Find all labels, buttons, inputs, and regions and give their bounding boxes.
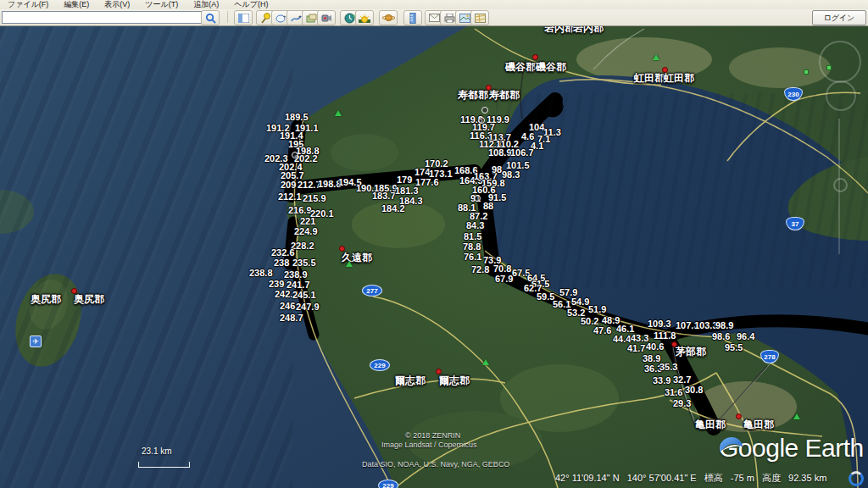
view-in-google-maps-button[interactable] [470,10,489,25]
place-dot-marker[interactable] [532,54,538,60]
elevation-label[interactable]: 29.3 [673,398,691,408]
elevation-label[interactable]: 184.2 [381,203,405,214]
place-dot-marker[interactable] [662,67,668,73]
map-viewport[interactable]: 189.5191.2191.1191.4195198.8202.3202.220… [0,0,868,488]
elevation-label[interactable]: 248.7 [280,313,303,323]
elevation-label[interactable]: 4.1 [531,141,543,151]
elevation-label[interactable]: 109.3 [648,319,671,329]
elevation-label[interactable]: 30.8 [685,385,703,395]
place-label[interactable]: 寿都郡 [458,88,488,103]
point-ring-marker[interactable] [478,117,485,124]
elevation-label[interactable]: 224.9 [294,226,318,236]
elevation-label[interactable]: 84.3 [466,220,484,230]
elevation-label[interactable]: 78.8 [463,241,481,252]
elevation-label[interactable]: 238.9 [284,269,308,280]
elevation-label[interactable]: 179 [397,175,412,185]
place-label[interactable]: 奥尻郡 [31,292,61,307]
elevation-label[interactable]: 245.1 [292,290,316,300]
terrain-triangle-marker[interactable] [482,359,489,365]
place-label[interactable]: 亀田郡 [695,418,726,432]
elevation-label[interactable]: 81.5 [464,231,481,241]
elevation-label[interactable]: 98.3 [502,169,520,180]
elevation-label[interactable]: 88 [483,201,493,211]
elevation-label[interactable]: 51.9 [588,304,606,314]
terrain-triangle-marker[interactable] [335,110,342,116]
elevation-label[interactable]: 72.8 [471,264,489,274]
elevation-label[interactable]: 103.3 [694,320,718,330]
photo-marker[interactable] [804,69,809,75]
elevation-label[interactable]: 98.9 [715,320,733,330]
ruler-button[interactable] [403,10,422,25]
elevation-label[interactable]: 189.5 [285,112,309,122]
elevation-label[interactable]: 33.9 [653,375,670,385]
place-dot-marker[interactable] [71,288,77,294]
elevation-label[interactable]: 239 [269,279,284,289]
place-label[interactable]: 爾志郡 [395,374,426,388]
elevation-label[interactable]: 232.6 [271,247,295,258]
elevation-label[interactable]: 212.1 [278,191,302,202]
planets-button[interactable] [379,10,398,25]
place-dot-marker[interactable] [736,413,742,419]
elevation-label[interactable]: 246 [280,301,295,311]
place-label[interactable]: 虹田郡 [664,71,694,86]
place-dot-marker[interactable] [436,369,442,374]
route-shield-229[interactable]: 229 [378,480,398,488]
airport-icon[interactable]: ✈ [30,336,42,347]
elevation-label[interactable]: 235.5 [292,258,316,268]
place-label[interactable]: 虹田郡 [634,71,665,86]
place-dot-marker[interactable] [486,85,492,91]
elevation-label[interactable]: 209 [281,180,296,190]
elevation-label[interactable]: 238 [274,258,289,268]
elevation-label[interactable]: 32.7 [673,374,691,385]
place-label[interactable]: 磯谷郡 [505,60,536,75]
elevation-label[interactable]: 111.8 [654,330,676,341]
route-shield-229[interactable]: 229 [370,359,390,371]
elevation-label[interactable]: 108.9 [488,147,512,158]
elevation-label[interactable]: 215.9 [303,193,326,203]
elevation-label[interactable]: 40.6 [646,341,664,352]
elevation-label[interactable]: 98 [492,164,502,175]
login-button[interactable]: ログイン [812,10,866,25]
place-dot-marker[interactable] [339,246,345,252]
elevation-label[interactable]: 70.8 [493,263,511,274]
elevation-label[interactable]: 247.9 [296,302,320,312]
record-tour-button[interactable] [317,10,336,25]
elevation-label[interactable]: 67.9 [495,274,513,284]
elevation-label[interactable]: 54.9 [571,297,589,307]
place-label[interactable]: 奥尻郡 [74,292,104,307]
route-shield-278[interactable]: 278 [760,350,779,363]
toggle-sidebar-button[interactable] [234,10,253,25]
look-joystick[interactable] [819,41,861,83]
sunlight-button[interactable] [355,10,374,25]
elevation-label[interactable]: 216.9 [288,205,312,215]
elevation-label[interactable]: 221 [300,216,315,226]
route-shield-230[interactable]: 230 [784,87,803,101]
place-label[interactable]: 亀田郡 [743,418,774,432]
elevation-label[interactable]: 183.7 [372,191,396,201]
route-shield-37[interactable]: 37 [786,217,804,230]
point-ring-marker[interactable] [481,107,488,114]
elevation-label[interactable]: 170.2 [425,158,448,169]
search-button[interactable] [201,10,220,25]
place-label[interactable]: 磯谷郡 [536,60,566,75]
place-label[interactable]: 茅部郡 [676,345,706,359]
move-joystick[interactable] [826,80,856,111]
elevation-label[interactable]: 238.8 [249,268,273,278]
elevation-label[interactable]: 31.6 [665,387,682,397]
terrain-triangle-marker[interactable] [346,261,353,267]
route-shield-277[interactable]: 277 [362,285,382,297]
elevation-label[interactable]: 96.4 [737,331,754,341]
place-label[interactable]: 爾志郡 [439,374,470,388]
elevation-label[interactable]: 41.7 [627,343,645,353]
elevation-label[interactable]: 47.6 [593,325,611,336]
search-input[interactable] [2,11,202,24]
elevation-label[interactable]: 173.1 [429,169,453,179]
terrain-triangle-marker[interactable] [653,54,659,60]
place-dot-marker[interactable] [671,341,677,347]
zoom-slider-handle[interactable] [833,178,848,192]
point-ring-marker[interactable] [292,152,298,158]
elevation-label[interactable]: 38.9 [643,353,660,363]
place-label[interactable]: 寿都郡 [489,88,520,103]
terrain-triangle-marker[interactable] [793,413,800,419]
point-ring-marker[interactable] [474,195,481,202]
